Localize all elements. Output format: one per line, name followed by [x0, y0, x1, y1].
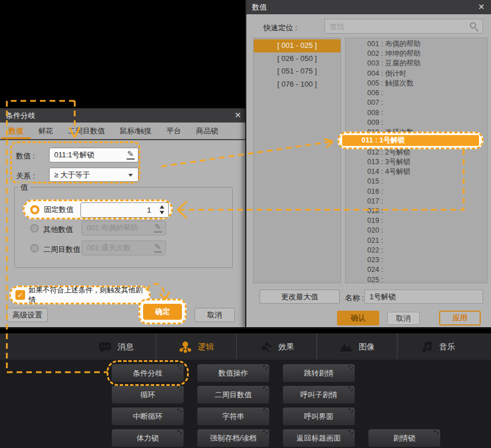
- command-button-label: 循环: [140, 390, 155, 400]
- logic-branch-icon: [178, 340, 192, 354]
- numeric-item[interactable]: 016 :: [346, 187, 487, 197]
- tab-ng-plus[interactable]: 二周目数值: [60, 123, 112, 139]
- command-button[interactable]: 剧情锁: [368, 429, 440, 447]
- numeric-item[interactable]: 001 : 布偶的帮助: [346, 39, 487, 49]
- numeric-item[interactable]: 008 :: [346, 108, 487, 118]
- command-button-label: 中断循环: [133, 412, 163, 422]
- command-button[interactable]: 循环: [112, 386, 184, 404]
- numeric-item[interactable]: 003 : 豆腐的帮助: [346, 59, 487, 68]
- command-button[interactable]: 呼叫子剧情: [283, 386, 355, 404]
- confirm-button[interactable]: 确认: [337, 311, 379, 325]
- command-button[interactable]: 中断循环: [112, 408, 184, 425]
- numeric-item[interactable]: 013 : 3号解锁: [346, 157, 487, 167]
- numeric-item[interactable]: 006 :: [346, 88, 487, 98]
- command-button[interactable]: 字符串: [197, 408, 269, 425]
- change-max-button[interactable]: 更改最大值: [259, 290, 340, 304]
- fixed-value-annotation-pill: 固定数值 1: [23, 199, 173, 219]
- magic-wand-icon: [259, 340, 273, 354]
- numeric-item[interactable]: 007 :: [346, 98, 487, 108]
- command-button-label: 数值操作: [218, 368, 248, 378]
- ok-button[interactable]: 确定: [143, 304, 182, 320]
- close-icon[interactable]: ✕: [472, 0, 491, 14]
- numeric-item[interactable]: 025 :: [346, 275, 487, 283]
- category-label: 消息: [117, 342, 133, 352]
- ng-plus-value-radio[interactable]: [30, 244, 39, 252]
- command-button[interactable]: 返回标题画面: [283, 429, 355, 447]
- numeric-item[interactable]: 018 :: [346, 206, 487, 216]
- category-logic[interactable]: 逻辑: [156, 333, 236, 360]
- tab-mouse-touch[interactable]: 鼠标/触摸: [112, 123, 159, 139]
- range-item[interactable]: [ 026 - 050 ]: [254, 52, 340, 66]
- relation-field-label: 关系 :: [16, 171, 35, 181]
- corner-mark-icon: [432, 430, 439, 437]
- numeric-item[interactable]: 022 :: [346, 246, 487, 255]
- category-label: 音乐: [439, 342, 455, 352]
- range-item[interactable]: [ 051 - 075 ]: [254, 65, 340, 78]
- condition-branch-dialog: 条件分歧 ✕ 数值 鲜花 二周目数值 鼠标/触摸 平台 商品锁 数值 : ✎ 关…: [0, 108, 247, 329]
- cancel-button[interactable]: 取消: [387, 312, 420, 325]
- category-image[interactable]: 图像: [316, 333, 397, 360]
- category-music[interactable]: 音乐: [397, 333, 477, 360]
- corner-mark-icon: [175, 365, 182, 372]
- range-item[interactable]: [ 001 - 025 ]: [254, 39, 340, 52]
- command-button-label: 条件分歧: [133, 368, 163, 378]
- fallback-checkbox[interactable]: ✓: [15, 290, 25, 300]
- command-button[interactable]: 二周目数值: [197, 386, 269, 404]
- tab-bar: 数值 鲜花 二周目数值 鼠标/触摸 平台 商品锁: [0, 123, 247, 140]
- tab-flowers[interactable]: 鲜花: [31, 123, 60, 139]
- edit-pencil-icon: ✎: [154, 243, 162, 252]
- command-button-label: 体力锁: [137, 433, 159, 443]
- spinner-down-icon[interactable]: [160, 211, 164, 214]
- command-button[interactable]: 跳转剧情: [283, 364, 355, 382]
- tab-numeric[interactable]: 数值: [1, 123, 31, 139]
- spinner-up-icon[interactable]: [160, 205, 164, 209]
- close-icon[interactable]: ✕: [228, 108, 247, 123]
- other-value-radio[interactable]: [30, 224, 39, 233]
- numeric-item[interactable]: 019 :: [346, 216, 487, 226]
- corner-mark-icon: [346, 365, 353, 372]
- message-icon: [98, 340, 112, 354]
- command-button[interactable]: 条件分歧: [112, 364, 184, 382]
- numeric-item[interactable]: 021 :: [346, 236, 487, 246]
- apply-button[interactable]: 应用: [439, 311, 481, 325]
- numeric-item[interactable]: 005 : 触摸次数: [346, 79, 487, 88]
- category-effect[interactable]: 效果: [236, 333, 316, 360]
- edit-pencil-icon[interactable]: ✎: [127, 150, 135, 160]
- fallback-checkbox-label: 如果不符合上述条件，则触发其他剧情: [29, 286, 149, 305]
- numeric-item[interactable]: 017 :: [346, 197, 487, 206]
- fixed-value-radio[interactable]: [30, 205, 39, 214]
- numeric-item[interactable]: 009 :: [346, 118, 487, 128]
- numeric-item[interactable]: 004 : 倒计时: [346, 69, 487, 79]
- advanced-settings-button[interactable]: 高级设置: [7, 308, 48, 322]
- cancel-button[interactable]: 取消: [194, 308, 235, 322]
- spinner-arrows[interactable]: [160, 205, 165, 214]
- search-input[interactable]: [324, 19, 483, 34]
- corner-mark-icon: [261, 409, 267, 416]
- selected-numeric-item[interactable]: 011 : 1号解锁: [342, 135, 479, 146]
- numeric-item[interactable]: 002 : 坤坤的帮助: [346, 49, 487, 59]
- numeric-picker-dialog: 数值 ✕ 快速定位 : [ 001 - 025 ][ 026 - 050 ][ …: [245, 0, 491, 329]
- command-button[interactable]: 呼叫界面: [283, 408, 355, 425]
- name-input[interactable]: [364, 290, 483, 304]
- ng-plus-value-input: [82, 241, 166, 255]
- value-field-input[interactable]: [49, 148, 139, 162]
- numeric-item[interactable]: 024 :: [346, 265, 487, 275]
- command-button[interactable]: 强制存档/读档: [197, 429, 269, 447]
- numeric-item[interactable]: 020 :: [346, 226, 487, 235]
- category-message[interactable]: 消息: [76, 333, 156, 360]
- value-groupbox-legend: 值: [18, 182, 30, 193]
- range-item[interactable]: [ 076 - 100 ]: [254, 78, 340, 91]
- numeric-item[interactable]: 023 :: [346, 255, 487, 265]
- tab-platform[interactable]: 平台: [159, 123, 189, 139]
- category-label: 效果: [278, 342, 294, 352]
- numeric-item[interactable]: 015 :: [346, 177, 487, 186]
- fixed-value-spinner[interactable]: 1: [80, 202, 169, 218]
- tab-product-lock[interactable]: 商品锁: [189, 123, 226, 139]
- command-button[interactable]: 数值操作: [197, 364, 269, 382]
- numeric-item[interactable]: 014 : 4号解锁: [346, 167, 487, 177]
- command-button-label: 呼叫界面: [304, 412, 334, 422]
- relation-select[interactable]: ≥ 大于等于: [49, 168, 139, 182]
- other-value-input: [82, 221, 166, 235]
- command-button[interactable]: 体力锁: [112, 429, 184, 447]
- music-note-icon: [420, 340, 433, 354]
